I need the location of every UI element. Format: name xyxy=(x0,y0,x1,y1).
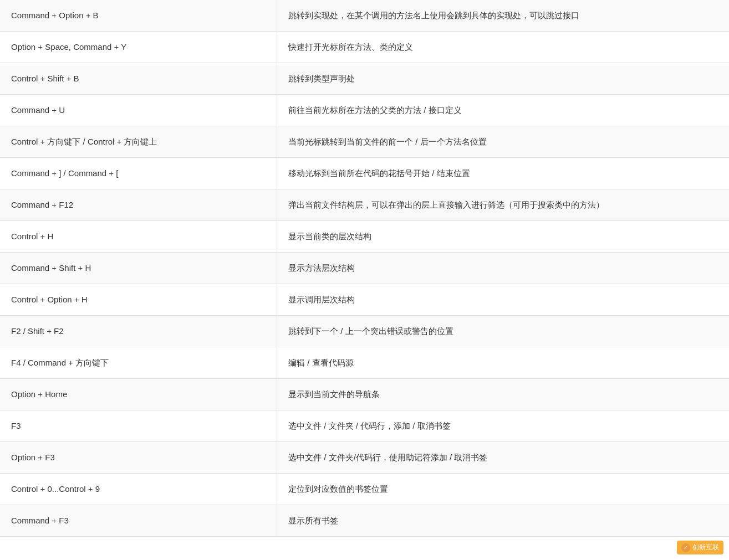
table-row: Option + Space, Command + Y快速打开光标所在方法、类的… xyxy=(0,32,729,63)
shortcut-key: Control + H xyxy=(0,221,277,253)
table-row: Command + F12弹出当前文件结构层，可以在弹出的层上直接输入进行筛选（… xyxy=(0,189,729,221)
watermark-icon: ✓ xyxy=(681,543,690,552)
shortcut-table: Command + Option + B跳转到实现处，在某个调用的方法名上使用会… xyxy=(0,0,729,537)
shortcut-description: 显示到当前文件的导航条 xyxy=(277,379,729,410)
table-row: Command + Shift + H显示方法层次结构 xyxy=(0,253,729,284)
shortcut-key: F4 / Command + 方向键下 xyxy=(0,347,277,379)
table-row: Option + F3选中文件 / 文件夹/代码行，使用助记符添加 / 取消书签 xyxy=(0,442,729,474)
shortcut-description: 编辑 / 查看代码源 xyxy=(277,347,729,379)
table-row: F2 / Shift + F2跳转到下一个 / 上一个突出错误或警告的位置 xyxy=(0,316,729,347)
shortcut-description: 弹出当前文件结构层，可以在弹出的层上直接输入进行筛选（可用于搜索类中的方法） xyxy=(277,189,729,221)
shortcut-description: 跳转到实现处，在某个调用的方法名上使用会跳到具体的实现处，可以跳过接口 xyxy=(277,0,729,32)
table-row: Control + Shift + B跳转到类型声明处 xyxy=(0,63,729,95)
table-row: Command + ] / Command + [移动光标到当前所在代码的花括号… xyxy=(0,158,729,189)
watermark-label: 创新互联 xyxy=(692,543,719,552)
shortcut-key: Command + Shift + H xyxy=(0,253,277,284)
shortcut-description: 跳转到类型声明处 xyxy=(277,63,729,95)
table-row: Control + 0...Control + 9定位到对应数值的书签位置 xyxy=(0,474,729,505)
table-row: Option + Home显示到当前文件的导航条 xyxy=(0,379,729,410)
shortcut-key: Control + 方向键下 / Control + 方向键上 xyxy=(0,126,277,158)
shortcut-key: Control + Option + H xyxy=(0,284,277,316)
shortcut-key: F2 / Shift + F2 xyxy=(0,316,277,347)
table-row: Command + F3显示所有书签 xyxy=(0,505,729,537)
table-row: Command + U前往当前光标所在方法的父类的方法 / 接口定义 xyxy=(0,95,729,126)
watermark: ✓ 创新互联 xyxy=(677,541,723,554)
shortcut-key: Command + Option + B xyxy=(0,0,277,32)
shortcut-description: 选中文件 / 文件夹/代码行，使用助记符添加 / 取消书签 xyxy=(277,442,729,474)
shortcut-key: Control + 0...Control + 9 xyxy=(0,474,277,505)
table-row: F3选中文件 / 文件夹 / 代码行，添加 / 取消书签 xyxy=(0,410,729,442)
shortcut-description: 选中文件 / 文件夹 / 代码行，添加 / 取消书签 xyxy=(277,410,729,442)
shortcut-key: F3 xyxy=(0,410,277,442)
table-row: F4 / Command + 方向键下编辑 / 查看代码源 xyxy=(0,347,729,379)
shortcut-key: Control + Shift + B xyxy=(0,63,277,95)
table-row: Control + Option + H显示调用层次结构 xyxy=(0,284,729,316)
shortcut-description: 当前光标跳转到当前文件的前一个 / 后一个方法名位置 xyxy=(277,126,729,158)
table-row: Command + Option + B跳转到实现处，在某个调用的方法名上使用会… xyxy=(0,0,729,32)
shortcut-key: Command + F3 xyxy=(0,505,277,537)
shortcut-description: 显示当前类的层次结构 xyxy=(277,221,729,253)
shortcut-description: 显示所有书签 xyxy=(277,505,729,537)
table-row: Control + H显示当前类的层次结构 xyxy=(0,221,729,253)
shortcut-key: Command + F12 xyxy=(0,189,277,221)
shortcut-description: 移动光标到当前所在代码的花括号开始 / 结束位置 xyxy=(277,158,729,189)
shortcut-description: 快速打开光标所在方法、类的定义 xyxy=(277,32,729,63)
shortcut-key: Command + ] / Command + [ xyxy=(0,158,277,189)
shortcut-description: 定位到对应数值的书签位置 xyxy=(277,474,729,505)
shortcut-key: Option + Home xyxy=(0,379,277,410)
table-container: Command + Option + B跳转到实现处，在某个调用的方法名上使用会… xyxy=(0,0,729,560)
shortcut-key: Command + U xyxy=(0,95,277,126)
table-row: Control + 方向键下 / Control + 方向键上当前光标跳转到当前… xyxy=(0,126,729,158)
shortcut-description: 显示调用层次结构 xyxy=(277,284,729,316)
shortcut-key: Option + F3 xyxy=(0,442,277,474)
shortcut-description: 前往当前光标所在方法的父类的方法 / 接口定义 xyxy=(277,95,729,126)
shortcut-key: Option + Space, Command + Y xyxy=(0,32,277,63)
shortcut-description: 显示方法层次结构 xyxy=(277,253,729,284)
shortcut-description: 跳转到下一个 / 上一个突出错误或警告的位置 xyxy=(277,316,729,347)
